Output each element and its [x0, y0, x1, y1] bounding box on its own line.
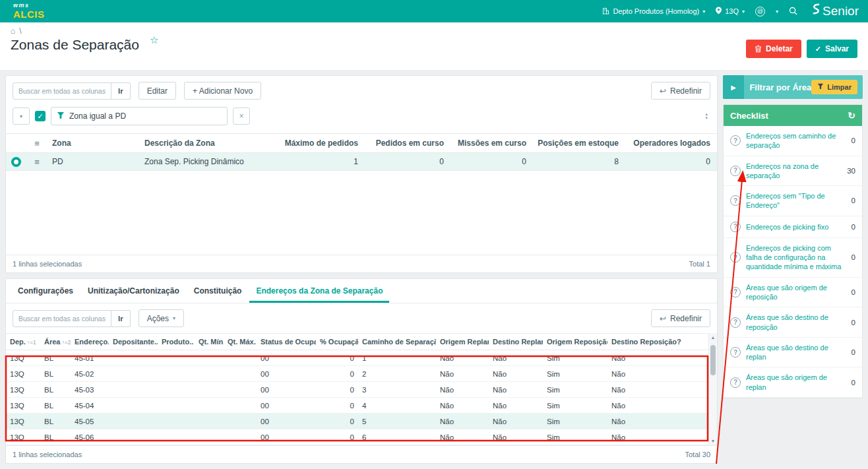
table-row[interactable]: 13Q BL 45-06 00 0 6 Não: [6, 429, 708, 445]
cell-origem-reposicao: Sim: [543, 402, 607, 410]
tab[interactable]: Constituição: [187, 279, 249, 303]
filter-order-stepper[interactable]: ▴ ▾: [705, 112, 710, 120]
column-header[interactable]: Status de Ocupação.: [257, 338, 316, 346]
checklist-item-label[interactable]: Endereços sem "Tipo de Endereço": [746, 191, 846, 210]
filter-checkbox[interactable]: ✓: [35, 111, 46, 121]
column-header[interactable]: Origem Reposição?: [543, 338, 607, 346]
add-new-button[interactable]: + Adicionar Novo: [184, 82, 261, 100]
cell-origem-reposicao: Sim: [543, 418, 607, 425]
column-header[interactable]: Área↑=2: [40, 338, 71, 346]
cell-destino-replan: Não: [489, 386, 543, 394]
column-header[interactable]: Destino Reposição?: [607, 338, 708, 346]
save-button[interactable]: ✓ Salvar: [807, 40, 857, 58]
checklist-item-label[interactable]: Endereços na zona de separação: [746, 162, 842, 181]
chevron-down-icon: ▾: [702, 9, 705, 15]
depot-selector[interactable]: Depto Produtos (Homolog) ▾: [602, 7, 705, 16]
search-go-button[interactable]: Ir: [111, 82, 131, 100]
vertical-scrollbar[interactable]: ▲ ▼: [708, 333, 717, 445]
column-header[interactable]: Posições em estoque: [533, 139, 625, 148]
filter-by-area-banner[interactable]: ▶ Filtrar por Área Limpar: [723, 75, 863, 99]
support-button[interactable]: @: [755, 7, 765, 16]
checklist-item[interactable]: ? Áreas que são origem de replan 0: [724, 367, 862, 398]
checklist-item-label[interactable]: Áreas que são origem de replan: [746, 373, 846, 392]
delete-button[interactable]: Deletar: [746, 40, 801, 58]
checklist-item-label[interactable]: Áreas que são origem de reposição: [746, 283, 846, 302]
reset-button[interactable]: ↩ Redefinir: [651, 309, 710, 327]
column-header[interactable]: Caminho de Separação: [358, 338, 436, 346]
site-selector[interactable]: 13Q ▾: [716, 7, 745, 16]
cell-origem-reposicao: Sim: [543, 354, 607, 362]
check-icon: ✓: [815, 45, 821, 53]
column-header[interactable]: Máximo de pedidos: [272, 139, 365, 148]
checklist-item-label[interactable]: Áreas que são destino de replan: [746, 343, 846, 362]
scrollbar-thumb[interactable]: [710, 345, 716, 375]
home-icon[interactable]: ⌂: [11, 26, 15, 36]
column-header[interactable]: Endereço..: [71, 338, 109, 346]
table-row[interactable]: 13Q BL 45-01 00 0 1 Não: [6, 350, 708, 366]
column-header-label: % Ocupação: [320, 338, 358, 346]
column-header[interactable]: Produto..↑=5: [158, 338, 195, 346]
search-go-button[interactable]: Ir: [111, 310, 131, 327]
checklist-item-label[interactable]: Endereços de picking com falha de config…: [746, 243, 846, 272]
cell-origem-replan: Não: [436, 354, 489, 362]
cell-ocupacao: 0: [316, 354, 358, 362]
checklist-item-label[interactable]: Áreas que são destino de reposição: [746, 313, 846, 332]
reset-button[interactable]: ↩ Redefinir: [651, 82, 710, 100]
checklist-item[interactable]: ? Áreas que são destino de reposição 0: [724, 307, 862, 338]
scroll-up-icon[interactable]: ▲: [711, 335, 716, 340]
column-header[interactable]: Qt. Mín.: [195, 338, 224, 346]
table-row[interactable]: 13Q BL 45-03 00 0 3 Não: [6, 382, 708, 398]
column-header[interactable]: Zona: [48, 139, 140, 148]
search-input[interactable]: [13, 82, 111, 100]
column-header[interactable]: Dep.↑=1: [6, 338, 40, 346]
column-header[interactable]: Descrição da Zona: [140, 139, 272, 148]
column-header[interactable]: Depositante..↑: [109, 338, 158, 346]
row-menu-icon[interactable]: ≡: [26, 157, 48, 167]
checklist-item[interactable]: ? Endereços de picking com falha de conf…: [724, 238, 862, 278]
column-header[interactable]: Pedidos em curso: [365, 139, 450, 148]
cell-dep: 13Q: [6, 402, 40, 410]
column-header[interactable]: Operadores logados: [625, 139, 717, 148]
redo-icon: ↩: [660, 314, 666, 323]
checklist-item[interactable]: ? Endereços de picking fixo 0: [724, 216, 862, 238]
actions-button[interactable]: Ações ▾: [139, 309, 184, 327]
checklist-item[interactable]: ? Endereços sem caminho de separação 0: [724, 126, 862, 156]
table-row[interactable]: 13Q BL 45-02 00 0 2 Não: [6, 366, 708, 382]
filter-dropdown-button[interactable]: ▾: [13, 108, 30, 125]
filter-chip[interactable]: [51, 107, 228, 125]
filter-value-input[interactable]: [69, 111, 222, 121]
table-row[interactable]: 13Q BL 45-04 00 0 4 Não: [6, 398, 708, 414]
search-button[interactable]: [789, 7, 797, 16]
clear-filter-button[interactable]: Limpar: [811, 80, 857, 94]
scroll-down-icon[interactable]: ▼: [711, 439, 716, 443]
cell-ocupacao: 0: [316, 402, 358, 410]
checklist-item-label[interactable]: Endereços sem caminho de separação: [746, 131, 846, 150]
play-button[interactable]: ▶: [723, 75, 744, 99]
remove-filter-button[interactable]: ×: [233, 108, 250, 125]
tab[interactable]: Endereços da Zona de Separação: [249, 279, 389, 303]
row-radio-selected[interactable]: [11, 157, 21, 167]
cell-area: BL: [40, 402, 71, 410]
column-header[interactable]: Qt. Máx.: [224, 338, 257, 346]
refresh-icon[interactable]: ↻: [848, 110, 855, 121]
search-input[interactable]: [13, 310, 111, 327]
row-menu-column-header[interactable]: ≡: [26, 139, 48, 148]
checklist-item[interactable]: ? Endereços sem "Tipo de Endereço" 0: [724, 186, 862, 216]
checklist-item-label[interactable]: Endereços de picking fixo: [746, 222, 846, 232]
tab[interactable]: Unitização/Cartonização: [81, 279, 186, 303]
tab[interactable]: Configurações: [11, 279, 80, 303]
column-header[interactable]: Destino Replan?: [489, 338, 543, 346]
table-row[interactable]: ≡ PD Zona Sep. Picking Dinâmico 1 0 0 8 …: [6, 153, 717, 171]
checklist-item[interactable]: ? Endereços na zona de separação 30: [724, 156, 862, 187]
column-header[interactable]: % Ocupação: [316, 338, 358, 346]
user-menu[interactable]: ▾: [776, 9, 778, 15]
column-header[interactable]: Missões em curso: [450, 139, 533, 148]
column-header[interactable]: Origem Replan?: [436, 338, 489, 346]
checklist-item-count: 0: [852, 253, 855, 261]
table-row[interactable]: 13Q BL 45-05 00 0 5 Não: [6, 414, 708, 429]
help-icon: ?: [730, 222, 741, 232]
checklist-item[interactable]: ? Áreas que são destino de replan 0: [724, 338, 862, 368]
checklist-item[interactable]: ? Áreas que são origem de reposição 0: [724, 278, 862, 308]
favorite-star-icon[interactable]: ☆: [150, 34, 158, 46]
edit-button[interactable]: Editar: [139, 82, 176, 100]
